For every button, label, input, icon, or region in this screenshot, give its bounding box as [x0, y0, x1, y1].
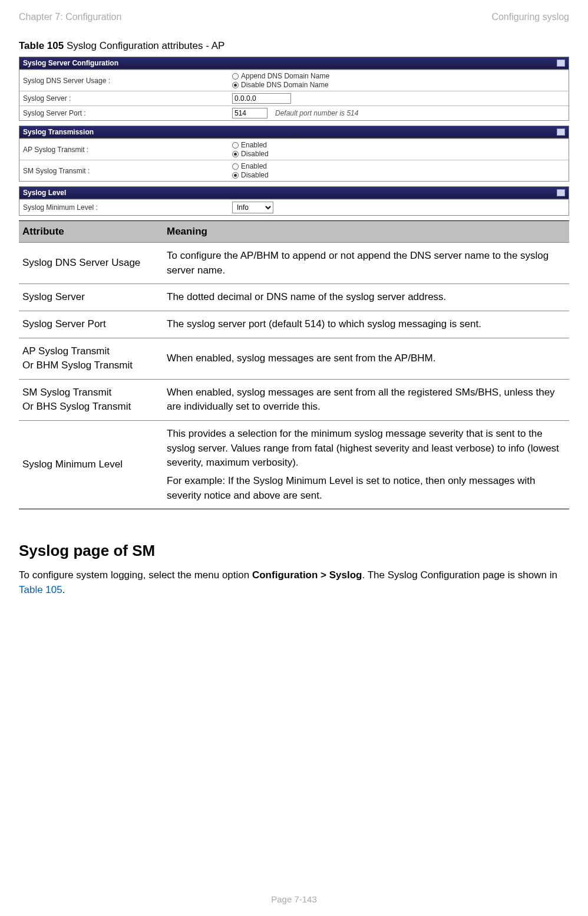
- p-pre: To configure system logging, select the …: [19, 569, 252, 581]
- attr-cell: Syslog Minimum Level: [19, 421, 163, 509]
- radio-icon: [232, 73, 239, 80]
- min-level-label: Syslog Minimum Level :: [23, 203, 232, 212]
- panel-header: Syslog Server Configuration: [19, 57, 569, 70]
- table-row: Syslog Server The dotted decimal or DNS …: [19, 284, 569, 311]
- attr-line2: Or BHS Syslog Transmit: [22, 400, 160, 414]
- radio-label: Disable DNS Domain Name: [241, 81, 329, 89]
- collapse-icon[interactable]: [557, 60, 565, 67]
- radio-icon: [232, 172, 239, 179]
- radio-icon: [232, 142, 239, 149]
- attr-cell: SM Syslog Transmit Or BHS Syslog Transmi…: [19, 379, 163, 420]
- table-105-link[interactable]: Table 105: [19, 584, 62, 595]
- table-caption: Table 105 Syslog Configuration attribute…: [19, 40, 569, 52]
- port-note: Default port number is 514: [275, 109, 358, 117]
- syslog-port-input[interactable]: [232, 108, 267, 118]
- ap-transmit-label: AP Syslog Transmit :: [23, 146, 232, 154]
- chapter-label: Chapter 7: Configuration: [19, 12, 121, 22]
- attr-cell: Syslog DNS Server Usage: [19, 243, 163, 284]
- meaning-p2: For example: If the Syslog Minimum Level…: [167, 474, 566, 503]
- ap-disabled-radio[interactable]: Disabled: [232, 150, 269, 158]
- table-row: AP Syslog Transmit Or BHM Syslog Transmi…: [19, 338, 569, 379]
- attr-line1: SM Syslog Transmit: [22, 385, 160, 400]
- radio-icon: [232, 151, 239, 157]
- attr-line2: Or BHM Syslog Transmit: [22, 358, 160, 373]
- meaning-cell: To configure the AP/BHM to append or not…: [163, 243, 569, 284]
- p-bold: Configuration > Syslog: [252, 569, 362, 581]
- attributes-table: Attribute Meaning Syslog DNS Server Usag…: [19, 220, 569, 509]
- p-mid: . The Syslog Configuration page is shown…: [362, 569, 557, 581]
- syslog-transmission-panel: Syslog Transmission AP Syslog Transmit :…: [19, 126, 569, 182]
- ap-enabled-radio[interactable]: Enabled: [232, 141, 269, 149]
- collapse-icon[interactable]: [557, 128, 565, 136]
- table-row: Syslog Server Port The syslog server por…: [19, 311, 569, 338]
- page-number: Page 7-143: [0, 894, 588, 904]
- sm-disabled-radio[interactable]: Disabled: [232, 171, 269, 179]
- panel-title: Syslog Server Configuration: [23, 59, 118, 67]
- radio-label: Enabled: [241, 162, 267, 170]
- col-attribute: Attribute: [19, 221, 163, 243]
- radio-label: Enabled: [241, 141, 267, 149]
- table-row: Syslog Minimum Level This provides a sel…: [19, 421, 569, 509]
- meaning-cell: When enabled, syslog messages are sent f…: [163, 338, 569, 379]
- radio-label: Disabled: [241, 171, 269, 179]
- panel-title: Syslog Level: [23, 189, 66, 197]
- attr-cell: AP Syslog Transmit Or BHM Syslog Transmi…: [19, 338, 163, 379]
- caption-bold: Table 105: [19, 40, 64, 51]
- attr-cell: Syslog Server Port: [19, 311, 163, 338]
- syslog-server-label: Syslog Server :: [23, 94, 232, 103]
- sm-enabled-radio[interactable]: Enabled: [232, 162, 269, 170]
- section-label: Configuring syslog: [491, 12, 569, 22]
- panel-header: Syslog Transmission: [19, 126, 569, 139]
- syslog-server-input[interactable]: [232, 93, 291, 104]
- collapse-icon[interactable]: [557, 189, 565, 196]
- radio-label: Append DNS Domain Name: [241, 72, 329, 80]
- table-row: SM Syslog Transmit Or BHS Syslog Transmi…: [19, 379, 569, 420]
- syslog-level-panel: Syslog Level Syslog Minimum Level : Info: [19, 186, 569, 216]
- attr-cell: Syslog Server: [19, 284, 163, 311]
- radio-icon: [232, 163, 239, 170]
- syslog-port-label: Syslog Server Port :: [23, 109, 232, 117]
- radio-icon: [232, 82, 239, 88]
- sm-transmit-label: SM Syslog Transmit :: [23, 167, 232, 175]
- caption-rest: Syslog Configuration attributes - AP: [64, 40, 224, 51]
- meaning-p1: This provides a selection for the minimu…: [167, 427, 566, 470]
- min-level-select[interactable]: Info: [232, 202, 273, 213]
- attr-line1: AP Syslog Transmit: [22, 344, 160, 359]
- panel-title: Syslog Transmission: [23, 128, 94, 136]
- panel-header: Syslog Level: [19, 187, 569, 199]
- disable-dns-radio[interactable]: Disable DNS Domain Name: [232, 81, 329, 89]
- meaning-cell: The syslog server port (default 514) to …: [163, 311, 569, 338]
- p-post: .: [62, 584, 65, 595]
- dns-usage-label: Syslog DNS Server Usage :: [23, 77, 232, 85]
- section-paragraph: To configure system logging, select the …: [19, 568, 569, 597]
- col-meaning: Meaning: [163, 221, 569, 243]
- meaning-cell: This provides a selection for the minimu…: [163, 421, 569, 509]
- meaning-cell: The dotted decimal or DNS name of the sy…: [163, 284, 569, 311]
- section-heading: Syslog page of SM: [19, 542, 569, 560]
- syslog-server-config-panel: Syslog Server Configuration Syslog DNS S…: [19, 57, 569, 121]
- meaning-cell: When enabled, syslog messages are sent f…: [163, 379, 569, 420]
- append-dns-radio[interactable]: Append DNS Domain Name: [232, 72, 329, 80]
- radio-label: Disabled: [241, 150, 269, 158]
- table-row: Syslog DNS Server Usage To configure the…: [19, 243, 569, 284]
